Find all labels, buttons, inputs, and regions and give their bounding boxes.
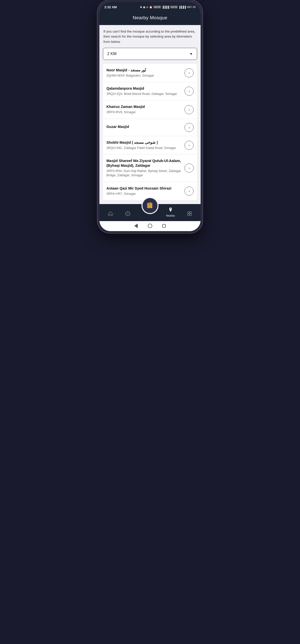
mosque-item-0[interactable]: Noor Masjid - نُور مسجد 3QHW+WXP, Balgar…	[103, 64, 197, 82]
center-quran-button[interactable]	[141, 197, 159, 214]
mosque-address-0: 3QHW+WXP, Balgarden, Srinagar	[106, 74, 182, 78]
chevron-right-icon-4: ›	[189, 143, 190, 147]
mosque-info-0: Noor Masjid - نُور مسجد 3QHW+WXP, Balgar…	[106, 68, 185, 78]
svg-rect-4	[148, 205, 149, 205]
volte-icon: VoLTE	[153, 6, 161, 9]
nav-item-grid[interactable]	[183, 210, 196, 218]
chevron-right-icon-5: ›	[189, 166, 190, 170]
mosque-name-0: Noor Masjid - نُور مسجد	[106, 68, 182, 73]
svg-rect-5	[148, 205, 149, 206]
battery-level: 69	[193, 6, 196, 9]
phone-device: 2:32 AM ✱ ▣ ⊘ ⏰ VoLTE ▐▐▐▐ VoLTE ▐▐▐▐ Wi…	[97, 0, 203, 233]
nav-item-home[interactable]	[104, 210, 117, 218]
status-time: 2:32 AM	[104, 5, 117, 9]
mosque-item-1[interactable]: Qalamdanpora Masjid 3RQ3+JQV, Bhatt Manz…	[103, 82, 197, 100]
info-description: If you can't find the mosque according t…	[103, 29, 197, 44]
chevron-right-icon-3: ›	[189, 125, 190, 129]
mosque-info-5: Masjid Shareef Wa Ziyarat Qutub-Ul-Aalam…	[106, 158, 185, 178]
km-selector[interactable]: 2 KM ▼	[103, 48, 197, 60]
chevron-right-icon-1: ›	[189, 89, 190, 93]
mosque-item-5[interactable]: Masjid Shareef Wa Ziyarat Qutub-Ul-Aalam…	[103, 154, 197, 182]
bottom-nav: Nearby	[99, 204, 201, 221]
nearby-label: Nearby	[166, 214, 175, 217]
svg-rect-7	[150, 205, 152, 205]
nav-item-compass[interactable]	[121, 210, 134, 218]
svg-rect-17	[188, 214, 189, 216]
mosque-name-2: Khairuz Zaman Masjid	[106, 104, 182, 109]
nav-item-nearby[interactable]: Nearby	[162, 206, 179, 218]
app-header: Nearby Mosque	[99, 12, 201, 25]
arrow-btn-2[interactable]: ›	[185, 105, 194, 114]
chevron-right-icon-0: ›	[189, 71, 190, 75]
mosque-info-4: Shokhi Masjid ( شوخی مسجد ) 3RQ3+34C, Za…	[106, 140, 185, 150]
mosque-address-5: 3RP3+R54, Sum Haji Rather, Byhaqi Street…	[106, 169, 182, 178]
svg-rect-18	[190, 214, 192, 216]
status-bar: 2:32 AM ✱ ▣ ⊘ ⏰ VoLTE ▐▐▐▐ VoLTE ▐▐▐▐ Wi…	[99, 2, 201, 12]
back-button[interactable]	[134, 224, 138, 228]
mosque-name-1: Qalamdanpora Masjid	[106, 86, 182, 91]
recents-button[interactable]	[162, 224, 166, 228]
svg-rect-3	[148, 204, 149, 204]
grid-icon	[187, 211, 192, 217]
system-nav-bar	[99, 221, 201, 231]
status-icons: ✱ ▣ ⊘ ⏰ VoLTE ▐▐▐▐ VoLTE ▐▐▐▐ WiFi 69	[140, 6, 196, 9]
mosque-info-3: Guzar Masjid	[106, 124, 185, 130]
mosque-address-2: 3RP3+RV8, Srinagar	[106, 110, 182, 115]
home-icon	[108, 211, 113, 217]
page-title: Nearby Mosque	[133, 15, 167, 20]
mosque-item-4[interactable]: Shokhi Masjid ( شوخی مسجد ) 3RQ3+34C, Za…	[103, 136, 197, 154]
svg-rect-8	[150, 205, 152, 206]
mosque-info-2: Khairuz Zaman Masjid 3RP3+RV8, Srinagar	[106, 104, 185, 114]
mute-icon: ⊘	[146, 6, 148, 9]
arrow-btn-3[interactable]: ›	[185, 123, 194, 132]
arrow-btn-1[interactable]: ›	[185, 87, 194, 96]
wifi-icon: WiFi	[187, 6, 192, 9]
mosque-name-5: Masjid Shareef Wa Ziyarat Qutub-Ul-Aalam…	[106, 158, 182, 168]
signal-icon: ▐▐▐▐	[162, 6, 169, 9]
arrow-btn-0[interactable]: ›	[185, 68, 194, 77]
mosque-list: Noor Masjid - نُور مسجد 3QHW+WXP, Balgar…	[103, 64, 197, 200]
mosque-item-2[interactable]: Khairuz Zaman Masjid 3RP3+RV8, Srinagar …	[103, 100, 197, 119]
svg-rect-16	[190, 212, 192, 213]
arrow-btn-4[interactable]: ›	[185, 141, 194, 150]
mosque-address-6: 3RP4+VR7, Srinagar	[106, 192, 182, 196]
quran-icon	[143, 199, 157, 213]
center-btn-container	[141, 197, 159, 214]
mosque-info-1: Qalamdanpora Masjid 3RQ3+JQV, Bhatt Manz…	[106, 86, 185, 96]
chevron-right-icon-2: ›	[189, 108, 190, 112]
content-area: If you can't find the mosque according t…	[99, 25, 201, 204]
arrow-btn-5[interactable]: ›	[185, 164, 194, 173]
signal2-icon: ▐▐▐▐	[179, 6, 186, 9]
chevron-right-icon-6: ›	[189, 189, 190, 193]
svg-rect-6	[150, 204, 152, 204]
phone-screen: 2:32 AM ✱ ▣ ⊘ ⏰ VoLTE ▐▐▐▐ VoLTE ▐▐▐▐ Wi…	[99, 2, 201, 231]
chevron-down-icon: ▼	[189, 52, 193, 56]
arrow-btn-6[interactable]: ›	[185, 187, 194, 196]
mosque-address-1: 3RQ3+JQV, Bhatt Manzil Road, Zaldagar, S…	[106, 92, 182, 96]
battery-icon: ▣	[143, 6, 145, 9]
bluetooth-icon: ✱	[140, 6, 142, 9]
mosque-name-3: Guzar Masjid	[106, 124, 182, 129]
volte2-icon: VoLTE	[170, 6, 178, 9]
alarm-icon: ⏰	[149, 6, 152, 9]
nearby-icon	[168, 207, 173, 213]
km-value: 2 KM	[107, 52, 116, 56]
mosque-address-4: 3RQ3+34C, Zaldagar Fateh Kadal Road, Sri…	[106, 146, 182, 150]
home-button[interactable]	[148, 224, 152, 228]
mosque-name-6: Astaan Qazi Mir Syed Hussain Shirazi	[106, 186, 182, 191]
compass-icon	[125, 211, 130, 217]
svg-point-10	[127, 213, 128, 214]
mosque-item-3[interactable]: Guzar Masjid ›	[103, 119, 197, 136]
mosque-name-4: Shokhi Masjid ( شوخی مسجد )	[106, 140, 182, 145]
svg-rect-15	[188, 212, 189, 213]
mosque-info-6: Astaan Qazi Mir Syed Hussain Shirazi 3RP…	[106, 186, 185, 196]
